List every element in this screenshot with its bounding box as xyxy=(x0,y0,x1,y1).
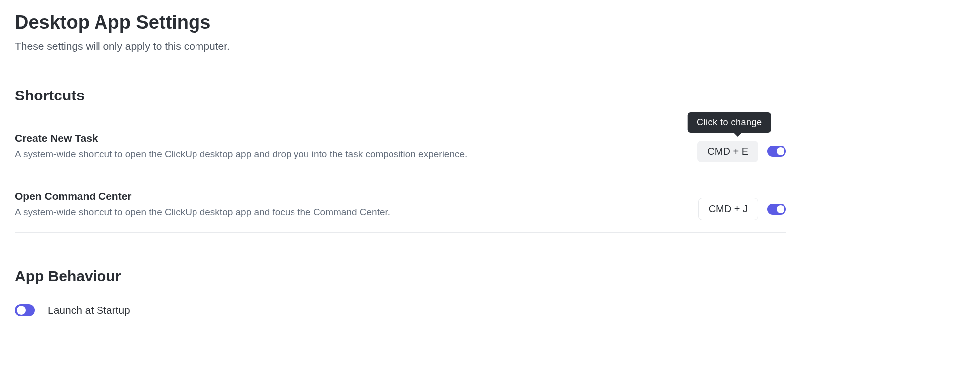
shortcut-description: A system-wide shortcut to open the Click… xyxy=(15,147,697,162)
toggle-launch-startup[interactable] xyxy=(15,304,35,316)
keybind-button[interactable]: CMD + J xyxy=(698,198,758,220)
shortcut-row-command-center: Open Command Center A system-wide shortc… xyxy=(15,175,786,233)
shortcuts-heading: Shortcuts xyxy=(15,87,786,104)
keybind-button[interactable]: CMD + E xyxy=(697,141,758,162)
tooltip-click-to-change: Click to change xyxy=(688,112,771,133)
page-title: Desktop App Settings xyxy=(15,12,786,33)
settings-container: Desktop App Settings These settings will… xyxy=(15,12,786,316)
shortcut-controls: Click to change CMD + E xyxy=(697,141,786,162)
shortcut-description: A system-wide shortcut to open the Click… xyxy=(15,205,698,220)
shortcut-info: Open Command Center A system-wide shortc… xyxy=(15,191,698,229)
shortcut-controls: CMD + J xyxy=(698,198,786,220)
toggle-create-task[interactable] xyxy=(767,146,786,157)
shortcut-row-create-task: Create New Task A system-wide shortcut t… xyxy=(15,116,786,175)
shortcut-info: Create New Task A system-wide shortcut t… xyxy=(15,132,697,171)
behaviour-row-startup: Launch at Startup xyxy=(15,304,786,316)
shortcut-title: Open Command Center xyxy=(15,191,698,202)
toggle-command-center[interactable] xyxy=(767,204,786,215)
divider xyxy=(15,232,786,233)
behaviour-label: Launch at Startup xyxy=(48,304,130,316)
page-subtitle: These settings will only apply to this c… xyxy=(15,40,786,52)
shortcut-title: Create New Task xyxy=(15,132,697,144)
behaviour-section: App Behaviour Launch at Startup xyxy=(15,268,786,316)
behaviour-heading: App Behaviour xyxy=(15,268,786,285)
